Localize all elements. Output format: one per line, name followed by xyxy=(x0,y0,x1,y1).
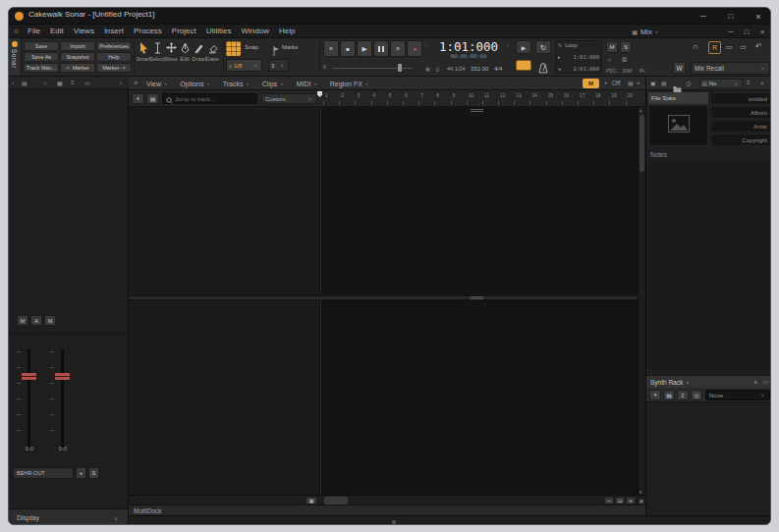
track-zoom-button[interactable]: ▦ xyxy=(306,497,317,505)
sample-rate-label[interactable]: 44.1/24 xyxy=(447,66,465,72)
px-label[interactable]: Px xyxy=(640,68,645,74)
toolbar-button[interactable]: Snapshot xyxy=(60,52,95,62)
chevron-left-icon[interactable]: ‹ xyxy=(12,80,14,85)
child-restore-button[interactable]: □ xyxy=(739,25,754,38)
album-field[interactable]: Album xyxy=(710,106,771,119)
solo-mini-button[interactable]: S xyxy=(88,467,99,479)
add-track-button[interactable]: + xyxy=(132,93,144,104)
dock-icon[interactable]: ▤ xyxy=(22,80,28,86)
snap-grid-icon[interactable] xyxy=(226,41,241,56)
notes-area[interactable] xyxy=(648,161,771,371)
clips-pane[interactable] xyxy=(322,107,638,495)
toolbar-button[interactable]: <- Marker xyxy=(60,63,95,73)
plugin-browser-icon[interactable]: ▤ xyxy=(661,80,667,86)
loop-start-value[interactable]: 1:01:000 xyxy=(574,54,600,60)
tool-draw[interactable]: Draw xyxy=(192,40,205,62)
tempo-label[interactable]: 152.00 xyxy=(471,66,488,72)
toolbar-button[interactable]: Help xyxy=(96,52,132,62)
chevron-right-icon[interactable]: › xyxy=(120,80,122,85)
close-button[interactable]: × xyxy=(745,8,771,25)
add-send-button[interactable]: + xyxy=(76,467,86,479)
trackview-menu[interactable]: View∨ xyxy=(146,80,167,87)
tool-edit[interactable]: Edit xyxy=(178,40,192,62)
tool-move[interactable]: Move xyxy=(164,40,178,62)
stop-button[interactable]: ■ xyxy=(340,40,356,57)
toolbar-button[interactable]: Save xyxy=(24,41,59,51)
menubar-item[interactable]: File xyxy=(23,25,45,38)
chevron-right-icon[interactable]: » xyxy=(637,80,640,85)
pane-splitter-horizontal[interactable] xyxy=(129,295,638,300)
copyright-field[interactable]: Copyright xyxy=(710,133,771,146)
count-in-icon[interactable]: ▥ xyxy=(622,56,627,62)
play-button[interactable]: ▶ xyxy=(357,40,372,57)
scroll-thumb[interactable] xyxy=(324,497,348,505)
title-field[interactable]: untitled xyxy=(710,92,771,105)
loop-end-value[interactable]: 2:01:000 xyxy=(574,66,600,72)
output-button[interactable]: BEHR-OUT xyxy=(13,467,74,479)
multidock-bar[interactable]: MultiDock xyxy=(129,505,645,515)
volume-fader[interactable]: 0.0 xyxy=(15,344,44,459)
aim-assist-status[interactable]: Off xyxy=(612,80,621,86)
zoom-in-button[interactable]: + xyxy=(626,497,636,505)
monitor-track-button[interactable]: M xyxy=(44,315,56,326)
volume-fader[interactable]: 0.0 xyxy=(48,344,78,459)
mix-recall-dropdown[interactable]: Mix Recall ∨ xyxy=(691,62,770,75)
prev-marker-icon[interactable]: ‹ xyxy=(425,42,427,48)
panel-icon[interactable]: ▭ xyxy=(84,80,90,86)
archive-track-button[interactable]: A xyxy=(30,315,42,326)
browser-menu-icon[interactable]: ≡ xyxy=(747,80,751,85)
toolbar-button[interactable]: Marker -> xyxy=(96,63,132,73)
tool-erase[interactable]: Erase xyxy=(205,40,219,62)
solo-button[interactable]: S xyxy=(620,41,632,53)
toolbar-button[interactable]: Import xyxy=(60,41,95,51)
trackview-menu[interactable]: MIDI∨ xyxy=(297,80,317,87)
now-time-display[interactable]: 1:01:000 xyxy=(430,39,507,54)
landmarks-dropdown[interactable]: 3 ∨ xyxy=(268,59,289,72)
headphones-icon[interactable]: ∩ xyxy=(693,42,698,51)
write-automation-button[interactable]: W xyxy=(673,62,686,74)
trackview-menu[interactable]: Clips∨ xyxy=(262,80,284,87)
synth-rack-header[interactable]: Synth Rack ∨ ≡ ▭ xyxy=(646,375,771,388)
zoom-fit-button[interactable]: ▭ xyxy=(615,497,625,505)
menubar-item[interactable]: Help xyxy=(274,25,300,38)
rewind-button[interactable]: « xyxy=(323,40,339,57)
toolbar-button[interactable]: Track Man... xyxy=(24,63,59,73)
audio-engine-button[interactable] xyxy=(516,60,531,71)
menubar-item[interactable]: Insert xyxy=(99,25,129,38)
insert-synth-button[interactable]: + xyxy=(649,390,661,400)
menubar-item[interactable]: Edit xyxy=(45,25,69,38)
notes-tab[interactable]: ▤ No ∨ xyxy=(699,79,743,88)
menubar-item[interactable]: Process xyxy=(129,25,167,38)
menubar-item[interactable]: Window xyxy=(237,25,274,38)
preset-dropdown[interactable]: Custom ∨ xyxy=(261,93,317,104)
forward-button[interactable]: » xyxy=(390,40,406,57)
metronome-icon[interactable] xyxy=(538,60,548,78)
home-icon[interactable]: ⌂ xyxy=(43,80,47,85)
synth-menu-icon[interactable]: ≡ xyxy=(754,379,757,385)
menubar-item[interactable]: Project xyxy=(167,25,201,38)
sonar-module-tab[interactable]: Sonar xyxy=(9,38,22,76)
browser-expand-icon[interactable]: » xyxy=(760,80,763,85)
timeline-ruler[interactable]: 1234567891011121314151617181920 xyxy=(323,90,641,107)
trackview-menu[interactable]: Region FX∨ xyxy=(330,80,368,87)
artwork-thumbnail[interactable] xyxy=(648,105,708,146)
panel-layout-icon[interactable]: ▭ xyxy=(740,43,747,51)
mute-track-button[interactable]: M xyxy=(17,315,28,326)
record-ready-button[interactable]: R xyxy=(708,41,721,54)
synth-freeze-button[interactable]: ◎ xyxy=(691,390,702,400)
track-header-pane[interactable] xyxy=(129,107,319,495)
media-browser-icon[interactable]: ▣ xyxy=(650,80,656,86)
child-close-button[interactable]: × xyxy=(754,25,770,38)
trackview-menu[interactable]: Tracks∨ xyxy=(223,80,250,87)
track-options-button[interactable]: ▤ xyxy=(146,93,159,104)
trackview-menu[interactable]: Options∨ xyxy=(180,80,209,87)
menubar-item[interactable]: Utilities xyxy=(201,25,237,38)
panel-layout-icon[interactable]: ▭ xyxy=(726,43,733,51)
fader-handle[interactable] xyxy=(22,373,36,380)
vertical-scrollbar[interactable]: ▴ ▾ xyxy=(638,107,645,495)
metronome-mini-icon[interactable]: ▵ xyxy=(608,56,611,62)
time-signature-label[interactable]: 4/4 xyxy=(494,66,502,72)
list-icon[interactable]: ≡ xyxy=(71,80,75,85)
edit-filter-chip[interactable]: M xyxy=(583,79,599,88)
menubar-item[interactable]: Views xyxy=(69,25,99,38)
